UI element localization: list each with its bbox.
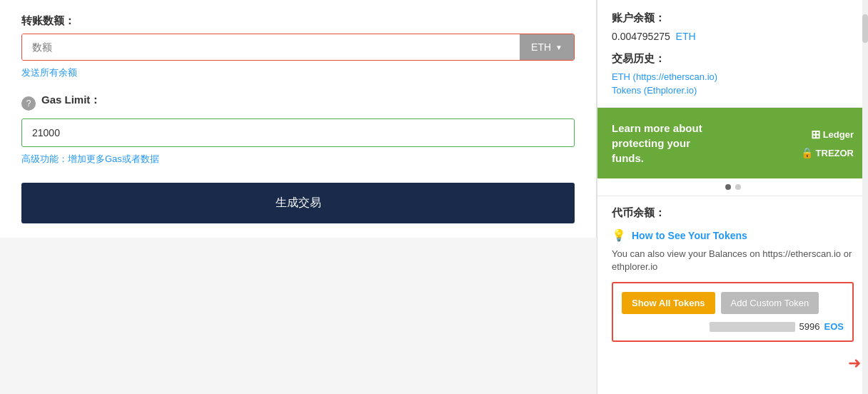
trezor-logo: 🔒 TREZOR — [801, 147, 854, 158]
amount-input-row: ETH — [21, 34, 575, 61]
token-amount: 5996 — [799, 321, 820, 332]
amount-input[interactable] — [22, 34, 520, 60]
banner-text: Learn more aboutprotecting yourfunds. — [612, 121, 702, 166]
token-actions-box: Show All Tokens Add Custom Token 5996 EO… — [612, 282, 854, 342]
balance-row: 0.004795275 ETH — [612, 31, 854, 42]
dot-2[interactable] — [735, 184, 741, 190]
left-gray-area — [0, 238, 597, 394]
eth-currency-link[interactable]: ETH — [676, 31, 696, 42]
hardware-wallet-banner[interactable]: Learn more aboutprotecting yourfunds. ⊞ … — [597, 108, 868, 178]
etherscan-link[interactable]: ETH (https://etherscan.io) — [612, 71, 854, 82]
ledger-logo: ⊞ Ledger — [811, 128, 854, 141]
token-section: 代币余额： 💡 How to See Your Tokens You can a… — [597, 196, 868, 394]
red-arrow-icon: ➜ — [848, 354, 861, 373]
tx-history-links: ETH (https://etherscan.io) Tokens (Ethpl… — [612, 71, 854, 96]
banner-logos: ⊞ Ledger 🔒 TREZOR — [801, 128, 854, 158]
token-row: 5996 EOS — [622, 321, 844, 332]
help-icon[interactable]: ? — [21, 96, 36, 111]
gas-input-wrapper — [21, 118, 575, 147]
dot-1[interactable] — [725, 184, 731, 190]
gas-limit-row: ? Gas Limit： — [21, 94, 575, 113]
bulb-icon: 💡 — [612, 228, 626, 242]
token-symbol: EOS — [824, 321, 844, 332]
trezor-lock-icon: 🔒 — [801, 147, 813, 158]
ethplorer-link[interactable]: Tokens (Ethplorer.io) — [612, 85, 854, 96]
token-description: You can also view your Balances on https… — [612, 248, 854, 273]
scrollbar-thumb[interactable] — [862, 14, 868, 43]
banner-dots — [597, 178, 868, 196]
how-to-tokens-link[interactable]: How to See Your Tokens — [632, 230, 747, 241]
generate-tx-button[interactable]: 生成交易 — [21, 183, 575, 223]
gas-limit-label: Gas Limit： — [41, 94, 101, 107]
tx-history-label: 交易历史： — [612, 52, 854, 66]
token-blur-placeholder — [710, 322, 795, 332]
balance-amount: 0.004795275 — [612, 31, 670, 42]
eth-selector-button[interactable]: ETH — [520, 34, 574, 60]
add-custom-token-button[interactable]: Add Custom Token — [721, 292, 819, 314]
send-all-link[interactable]: 发送所有余额 — [21, 66, 575, 79]
advanced-link[interactable]: 高级功能：增加更多Gas或者数据 — [21, 153, 575, 166]
right-panel: 账户余额： 0.004795275 ETH 交易历史： ETH (https:/… — [597, 0, 868, 394]
how-to-tokens-row: 💡 How to See Your Tokens — [612, 228, 854, 242]
balance-label: 账户余额： — [612, 11, 854, 25]
gas-limit-input[interactable] — [32, 127, 564, 138]
show-all-tokens-button[interactable]: Show All Tokens — [622, 292, 715, 314]
scrollbar[interactable] — [862, 0, 868, 394]
account-info-section: 账户余额： 0.004795275 ETH 交易历史： ETH (https:/… — [597, 0, 868, 108]
transfer-amount-label: 转账数额： — [21, 14, 575, 28]
ledger-grid-icon: ⊞ — [811, 128, 820, 141]
token-balance-label: 代币余额： — [612, 206, 854, 220]
token-buttons-row: Show All Tokens Add Custom Token — [622, 292, 844, 314]
